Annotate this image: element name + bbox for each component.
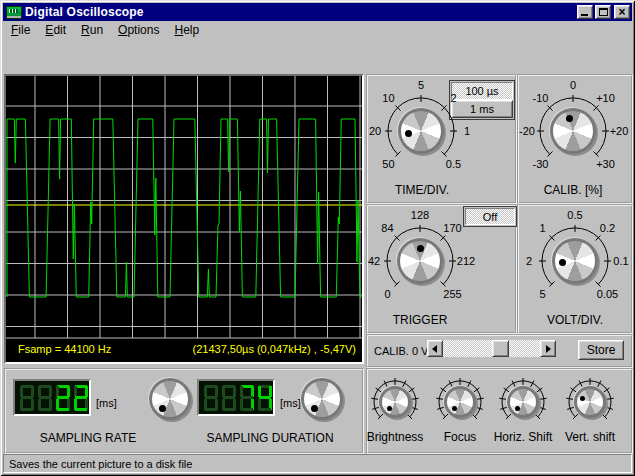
- knob-scale-label: 1: [464, 125, 470, 137]
- knob-scale-label: -20: [519, 125, 535, 137]
- volt-div-knob[interactable]: 5210.50.20.10.05: [519, 205, 631, 317]
- calib-0v-label: CALIB. 0 V: [374, 345, 428, 357]
- scrollbar-thumb[interactable]: [492, 340, 509, 357]
- led-digit: [222, 385, 236, 411]
- knob-dial[interactable]: [149, 378, 191, 420]
- knob-scale-label: 84: [381, 222, 393, 234]
- knob-indicator-dot: [159, 405, 166, 412]
- brightness-knob[interactable]: [359, 366, 431, 438]
- calib-scrollbar[interactable]: [427, 340, 556, 357]
- knob-scale-label: 2: [450, 92, 456, 104]
- knob-scale-label: 170: [443, 222, 461, 234]
- menu-edit[interactable]: Edit: [45, 23, 66, 37]
- knob-dial[interactable]: [379, 386, 411, 418]
- scope-grid: [6, 76, 362, 362]
- menu-options[interactable]: Options: [118, 23, 159, 37]
- focus-knob[interactable]: [424, 366, 496, 438]
- store-button[interactable]: Store: [578, 340, 624, 360]
- led-digit: [56, 385, 70, 411]
- menu-bar: File Edit Run Options Help: [3, 21, 632, 39]
- knob-indicator-dot: [405, 130, 412, 137]
- knob-scale-label: 0.2: [600, 222, 615, 234]
- knob-indicator-dot: [417, 245, 424, 252]
- calib-knob[interactable]: -30-20-100+10+20+30: [517, 75, 629, 187]
- scrollbar-track[interactable]: [443, 340, 540, 357]
- title-bar: Digital Oscilloscope ×: [3, 3, 632, 21]
- knob-scale-label: 10: [382, 92, 394, 104]
- knob-scale-label: 5: [539, 288, 545, 300]
- knob-dial[interactable]: [507, 386, 539, 418]
- led-digit: [38, 385, 52, 411]
- time-div-knob[interactable]: 5020105210.5: [365, 75, 477, 187]
- knob-scale-label: 0.1: [613, 255, 628, 267]
- knob-face: [304, 381, 340, 417]
- knob-scale-label: +20: [610, 125, 629, 137]
- knob-face: [152, 381, 188, 417]
- knob-scale-label: -30: [533, 158, 549, 170]
- knob-scale-label: 5: [418, 79, 424, 91]
- knob-indicator-dot: [559, 259, 566, 266]
- scroll-right-button[interactable]: [540, 340, 556, 357]
- minimize-button[interactable]: [577, 5, 593, 19]
- knob-face: [577, 389, 603, 415]
- cursor-readout: (21437,50µs (0,047kHz) , -5,47V): [193, 343, 356, 355]
- status-bar: Saves the current picture to a disk file: [3, 454, 632, 473]
- menu-run[interactable]: Run: [81, 23, 103, 37]
- knob-scale-label: +10: [596, 92, 615, 104]
- knob-scale-label: 0.05: [597, 288, 618, 300]
- app-window: Digital Oscilloscope × File Edit Run Opt…: [0, 0, 635, 476]
- led-digit: [258, 385, 272, 411]
- close-button[interactable]: ×: [614, 5, 630, 19]
- sampling-rate-label: SAMPLING RATE: [28, 431, 148, 445]
- horiz-shift-knob[interactable]: [487, 366, 559, 438]
- maximize-button[interactable]: [595, 5, 611, 19]
- knob-scale-label: 1: [539, 222, 545, 234]
- knob-scale-label: 255: [443, 288, 461, 300]
- minimize-icon: [581, 14, 588, 16]
- app-icon: [6, 6, 22, 19]
- toolbar: [3, 39, 632, 74]
- led-digit: [240, 385, 254, 411]
- knob-scale-label: 42: [368, 255, 380, 267]
- knob-scale-label: 2: [526, 255, 532, 267]
- knob-scale-label: 212: [457, 255, 475, 267]
- right-arrow-icon: [546, 345, 551, 353]
- knob-face: [447, 389, 473, 415]
- close-icon: ×: [615, 6, 629, 18]
- sampling-rate-display: [13, 379, 91, 416]
- knob-face: [382, 389, 408, 415]
- menu-file[interactable]: File: [11, 23, 30, 37]
- vert-shift-knob[interactable]: [554, 366, 626, 438]
- rate-unit-label: [ms]: [96, 397, 117, 409]
- knob-scale-label: 0.5: [446, 158, 461, 170]
- knob-scale-label: 0.5: [567, 209, 582, 221]
- knob-scale-label: 50: [382, 158, 394, 170]
- fsamp-readout: Fsamp = 44100 Hz: [18, 343, 111, 355]
- knob-dial[interactable]: [444, 386, 476, 418]
- sampling-rate-knob[interactable]: [144, 373, 196, 425]
- knob-scale-label: +30: [596, 158, 615, 170]
- maximize-icon: [599, 8, 608, 16]
- sampling-duration-knob[interactable]: [296, 373, 348, 425]
- scope-screen[interactable]: Fsamp = 44100 Hz (21437,50µs (0,047kHz) …: [4, 74, 364, 364]
- knob-dial[interactable]: [301, 378, 343, 420]
- knob-scale-label: 20: [369, 125, 381, 137]
- knob-dial[interactable]: [550, 108, 596, 154]
- led-digit: [74, 385, 88, 411]
- sampling-duration-display: [197, 379, 275, 416]
- knob-indicator-dot: [566, 115, 573, 122]
- knob-indicator-dot: [311, 405, 318, 412]
- knob-scale-label: 0: [570, 79, 576, 91]
- menu-help[interactable]: Help: [174, 23, 199, 37]
- knob-scale-label: 128: [411, 209, 429, 221]
- led-digit: [20, 385, 34, 411]
- led-digit: [204, 385, 218, 411]
- sampling-duration-label: SAMPLING DURATION: [195, 431, 345, 445]
- trigger-knob[interactable]: 04284128170212255: [364, 205, 476, 317]
- knob-dial[interactable]: [574, 386, 606, 418]
- knob-face: [553, 111, 593, 151]
- scroll-left-button[interactable]: [427, 340, 443, 357]
- window-title: Digital Oscilloscope: [25, 5, 144, 19]
- status-text: Saves the current picture to a disk file: [9, 458, 192, 470]
- knob-scale-label: -10: [533, 92, 549, 104]
